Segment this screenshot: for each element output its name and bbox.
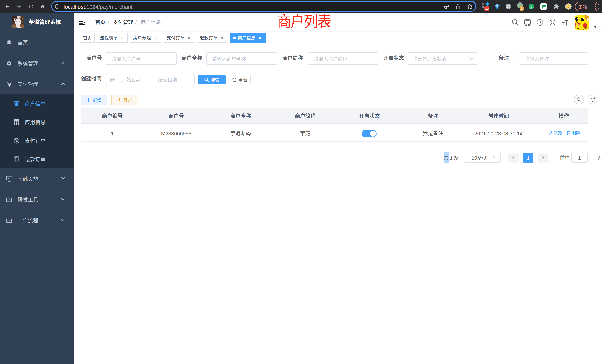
svg-text:10: 10 [485,7,489,11]
svg-text:1: 1 [521,7,523,11]
svg-text:y: y [530,5,533,9]
